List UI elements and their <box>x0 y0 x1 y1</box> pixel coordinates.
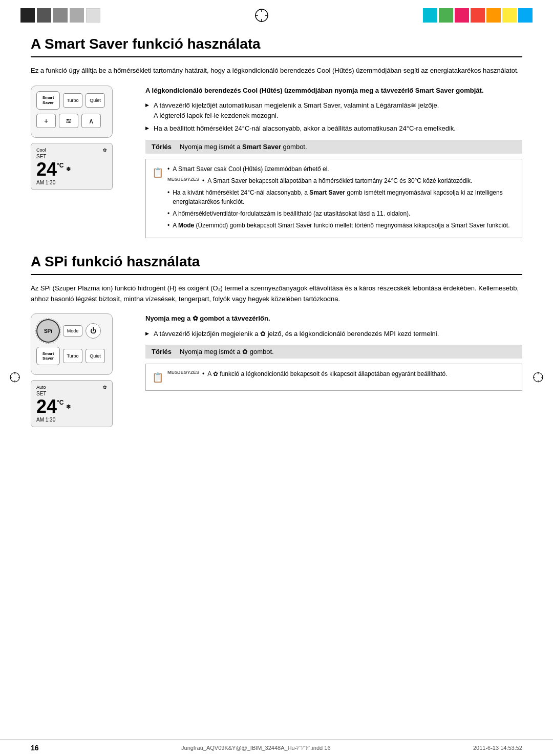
top-bar-center <box>100 8 423 23</box>
remote-buttons-row1: SmartSaver Turbo Quiet <box>36 91 107 110</box>
note-icon-2: 📋 <box>152 370 163 385</box>
bottom-bar: 16 Jungfrau_AQV09K&Y@@_IBIM_32448A_Hu-ᜯᜯ… <box>0 739 553 756</box>
remote-top: SmartSaver Turbo Quiet + ≋ ∧ <box>31 86 113 138</box>
spi-display-top-row: Auto ✿ <box>36 385 107 390</box>
section2-note-box: 📋 MEGJEGYZÉS • A ✿ funkció a légkondicio… <box>145 364 522 391</box>
right-crosshair <box>533 372 544 385</box>
turbo-button[interactable]: Turbo <box>63 93 82 108</box>
section2-title: A SPi funkció használata <box>31 254 522 275</box>
note-content-2: MEGJEGYZÉS • A ✿ funkció a légkondicioná… <box>167 369 516 385</box>
note-item-1: • A Smart Saver csak Cool (Hűtés) üzemmó… <box>167 164 516 174</box>
display-bottom: AM 1:30 <box>36 180 107 185</box>
section1-cancel-row: Törlés Nyomja meg ismét a Smart Saver go… <box>145 140 522 154</box>
note-item-3: • Ha a kívánt hőmérséklet 24°C-nál alacs… <box>167 188 516 206</box>
spi-display-mode-label: Auto <box>36 385 46 390</box>
color-block-magenta <box>455 8 469 23</box>
spi-remote-top: SPi Mode ⏻ SmartSaver Turbo Quiet <box>31 313 113 375</box>
plus-button[interactable]: + <box>36 114 56 128</box>
mode-button[interactable]: Mode <box>63 325 82 337</box>
spi-note-item-1: MEGJEGYZÉS • A ✿ funkció a légkondicioná… <box>167 369 516 379</box>
cancel-text-2: Nyomja meg ismét a ✿ gombot. <box>180 348 274 355</box>
section2-instructions: Nyomja meg a ✿ gombot a távvezérlőn. A t… <box>145 313 522 427</box>
display-top-row: Cool ✿ <box>36 148 107 153</box>
color-block-cyan <box>423 8 437 23</box>
display-temperature: 24°C ❄ <box>36 160 107 179</box>
spi-remote-display: Auto ✿ SET 24°C ❄ AM 1:30 <box>31 380 113 427</box>
top-decorative-bar <box>0 0 553 31</box>
bullet-item-1: A távvezérlő kijelzőjét automatikusan me… <box>145 100 522 120</box>
turbo-button-spi[interactable]: Turbo <box>63 349 82 363</box>
color-block-black1 <box>20 8 35 23</box>
page-content: A Smart Saver funkció használata Ez a fu… <box>0 31 553 463</box>
section1-note-box: 📋 • A Smart Saver csak Cool (Hűtés) üzem… <box>145 159 522 238</box>
power-button[interactable]: ⏻ <box>86 323 101 339</box>
section2-body: SPi Mode ⏻ SmartSaver Turbo Quiet <box>31 313 522 427</box>
color-block-black2 <box>37 8 51 23</box>
color-block-gray2 <box>70 8 84 23</box>
footer-file-info: Jungfrau_AQV09K&Y@@_IBIM_32448A_Hu-ᜯᜯᜯ.i… <box>181 745 331 751</box>
note-item-5: • A Mode (Üzemmód) gomb bekapcsolt Smart… <box>167 221 516 230</box>
spi-display-bottom: AM 1:30 <box>36 417 107 423</box>
quiet-button[interactable]: Quiet <box>86 93 105 108</box>
section2-remote-col: SPi Mode ⏻ SmartSaver Turbo Quiet <box>31 313 133 427</box>
spi-button[interactable]: SPi <box>36 319 60 343</box>
section1-bullet-list: A távvezérlő kijelzőjét automatikusan me… <box>145 100 522 134</box>
color-blocks-right <box>423 8 533 23</box>
crosshair-icon <box>254 8 269 23</box>
section1-title: A Smart Saver funkció használata <box>31 36 522 57</box>
section1-remote-col: SmartSaver Turbo Quiet + ≋ ∧ Cool ✿ SET <box>31 86 133 238</box>
note-box-inner-1: 📋 • A Smart Saver csak Cool (Hűtés) üzem… <box>152 164 516 233</box>
section2-cancel-row: Törlés Nyomja meg ismét a ✿ gombot. <box>145 345 522 359</box>
note-icon-1: 📋 <box>152 165 163 233</box>
note-content-1: • A Smart Saver csak Cool (Hűtés) üzemmó… <box>167 164 516 233</box>
left-crosshair <box>9 372 20 385</box>
color-block-lightblue <box>518 8 533 23</box>
smart-saver-button[interactable]: SmartSaver <box>36 91 60 110</box>
display-mode-label: Cool <box>36 148 46 153</box>
smart-saver-button-spi[interactable]: SmartSaver <box>36 347 60 365</box>
note-box-inner-2: 📋 MEGJEGYZÉS • A ✿ funkció a légkondicio… <box>152 369 516 385</box>
note-item-4: • A hőmérséklet/ventilátor-fordulatszám … <box>167 209 516 218</box>
section2: A SPi funkció használata Az SPi (Szuper … <box>31 254 522 428</box>
cancel-label-1: Törlés <box>152 143 172 151</box>
spi-bullet-item-1: A távvezérlő kijelzőjén megjelenik a ✿ j… <box>145 329 522 339</box>
section2-intro: Az SPi (Szuper Plazma ion) funkció hidro… <box>31 283 522 305</box>
page-number: 16 <box>31 744 39 752</box>
section1-instructions: A légkondicionáló berendezés Cool (Hűtés… <box>145 86 522 238</box>
color-block-orange <box>486 8 501 23</box>
color-blocks-left <box>20 8 100 23</box>
fan-button[interactable]: ≋ <box>59 114 78 128</box>
section2-bullet-list: A távvezérlő kijelzőjén megjelenik a ✿ j… <box>145 329 522 339</box>
remote-display: Cool ✿ SET 24°C ❄ AM 1:30 <box>31 143 113 190</box>
color-block-red <box>471 8 485 23</box>
color-block-green <box>439 8 453 23</box>
footer-date: 2011-6-13 14:53:52 <box>473 745 522 751</box>
cancel-label-2: Törlés <box>152 348 172 355</box>
color-block-gray1 <box>53 8 68 23</box>
remote-arrows-row: + ≋ ∧ <box>36 114 107 128</box>
spi-remote-row1: SPi Mode ⏻ <box>36 319 107 343</box>
section1-intro: Ez a funkció úgy állítja be a hőmérsékle… <box>31 66 522 76</box>
display-icons: ✿ <box>103 148 107 153</box>
bullet-item-2: Ha a beállított hőmérséklet 24°C-nál ala… <box>145 123 522 134</box>
quiet-button-spi[interactable]: Quiet <box>86 349 105 363</box>
cancel-text-1: Nyomja meg ismét a Smart Saver gombot. <box>180 143 307 151</box>
color-block-white <box>86 8 100 23</box>
spi-remote-row2: SmartSaver Turbo Quiet <box>36 347 107 365</box>
arrow-up-button[interactable]: ∧ <box>81 114 101 128</box>
section1-body: SmartSaver Turbo Quiet + ≋ ∧ Cool ✿ SET <box>31 86 522 238</box>
color-block-yellow <box>502 8 517 23</box>
note-item-2: MEGJEGYZÉS • A Smart Saver bekapcsolt ál… <box>167 176 516 185</box>
spi-display-icons: ✿ <box>103 385 107 390</box>
section1-instruction-header: A légkondicionáló berendezés Cool (Hűtés… <box>145 86 522 96</box>
spi-display-temperature: 24°C ❄ <box>36 397 107 416</box>
section2-instruction-header: Nyomja meg a ✿ gombot a távvezérlőn. <box>145 313 522 324</box>
